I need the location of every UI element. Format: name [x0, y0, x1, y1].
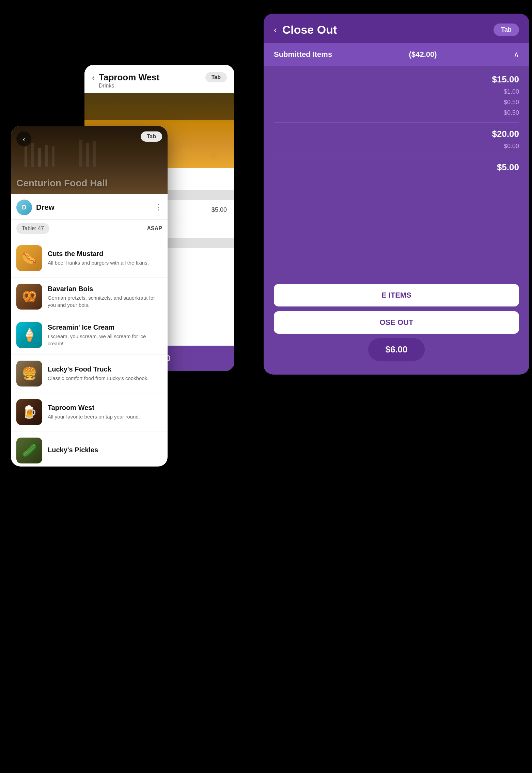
centurion-panel: ‹ Tab Centurion Food Hall D Drew ⋮ Table…: [11, 126, 168, 467]
closeout-item-row: $0.50: [274, 108, 519, 118]
list-item[interactable]: Bavarian BoisGerman pretzels, schnitzels…: [11, 278, 168, 316]
taproom-tab-badge: Tab: [205, 72, 227, 82]
closeout-actions: E ITEMS OSE OUT: [264, 284, 529, 334]
centurion-tab-badge: Tab: [141, 131, 162, 142]
vendor-name: Taproom West: [48, 404, 162, 412]
taproom-title-block: Taproom West Drinks: [99, 72, 201, 89]
item-price-2: $1.00: [504, 88, 519, 95]
submitted-bar[interactable]: Submitted Items ($42.00) ∧: [264, 43, 529, 66]
vendor-list: Cuts the MustardAll beef franks and burg…: [11, 239, 168, 467]
item-price-3: $0.50: [504, 99, 519, 106]
vendor-thumb: [16, 438, 42, 463]
svg-rect-8: [38, 148, 41, 167]
closeout-item-row: $15.00: [274, 73, 519, 86]
closeout-back-icon[interactable]: ‹: [274, 25, 277, 35]
vendor-name: Cuts the Mustard: [48, 250, 162, 258]
timing-label: ASAP: [147, 225, 162, 232]
closeout-panel: ‹ Close Out Tab Submitted Items ($42.00)…: [264, 14, 529, 375]
vendor-desc: All beef franks and burgers with all the…: [48, 259, 162, 266]
closeout-tab-badge: Tab: [494, 23, 519, 36]
svg-rect-13: [93, 141, 96, 167]
more-options-icon[interactable]: ⋮: [155, 203, 162, 212]
total-price-pill: $6.00: [368, 338, 424, 361]
close-out-button[interactable]: OSE OUT: [274, 311, 519, 334]
centurion-back-icon[interactable]: ‹: [16, 131, 31, 146]
closeout-item-row: $1.00: [274, 86, 519, 97]
vendor-info: Taproom WestAll your favorite beers on t…: [48, 404, 162, 420]
centurion-hero-image: ‹ Tab Centurion Food Hall: [11, 126, 168, 194]
vendor-desc: Classic comfort food from Lucky's cookbo…: [48, 375, 162, 382]
username: Drew: [36, 203, 155, 212]
vendor-name: Bavarian Bois: [48, 285, 162, 293]
item-price-6: $0.00: [504, 143, 519, 150]
svg-rect-6: [25, 146, 27, 167]
list-item[interactable]: Screamin' Ice CreamI scream, you scream,…: [11, 316, 168, 354]
table-badge: Table: 47: [16, 223, 49, 234]
vendor-info: Bavarian BoisGerman pretzels, schnitzels…: [48, 285, 162, 309]
taproom-header: ‹ Taproom West Drinks Tab: [84, 65, 234, 93]
vendor-info: Lucky's Food TruckClassic comfort food f…: [48, 365, 162, 382]
closeout-header: ‹ Close Out Tab: [264, 14, 529, 43]
vendor-desc: I scream, you scream, we all scream for …: [48, 333, 162, 347]
submitted-label: Submitted Items: [274, 50, 332, 59]
closeout-bottom-price: $6.00: [264, 338, 529, 361]
list-item[interactable]: Cuts the MustardAll beef franks and burg…: [11, 239, 168, 278]
chevron-up-icon: ∧: [514, 50, 519, 59]
svg-point-4: [210, 154, 217, 160]
vendor-desc: German pretzels, schnitzels, and sauerkr…: [48, 294, 162, 309]
hero-drops-overlay: [84, 93, 234, 120]
submitted-amount: ($42.00): [409, 50, 437, 59]
taproom-title: Taproom West: [99, 72, 201, 83]
item-price-7: $5.00: [497, 162, 519, 173]
item-price-1: $15.00: [492, 74, 519, 85]
svg-rect-10: [52, 146, 54, 167]
svg-rect-12: [86, 143, 89, 167]
svg-point-3: [182, 147, 192, 157]
avatar: D: [16, 200, 32, 215]
taproom-subtitle: Drinks: [99, 83, 201, 89]
vendor-name: Lucky's Pickles: [48, 446, 162, 454]
vendor-info: Cuts the MustardAll beef franks and burg…: [48, 250, 162, 266]
vendor-desc: All your favorite beers on tap year roun…: [48, 413, 162, 420]
section-divider: [274, 122, 519, 123]
list-item[interactable]: Lucky's Pickles: [11, 431, 168, 467]
vendor-info: Lucky's Pickles: [48, 446, 162, 455]
add-items-button[interactable]: E ITEMS: [274, 284, 519, 306]
vendor-thumb: [16, 361, 42, 386]
list-item[interactable]: Taproom WestAll your favorite beers on t…: [11, 393, 168, 431]
vendor-thumb: [16, 284, 42, 310]
vendor-thumb: [16, 399, 42, 425]
closeout-items-list: $15.00 $1.00 $0.50 $0.50 $20.00 $0.00 $5…: [264, 66, 529, 181]
list-item[interactable]: Lucky's Food TruckClassic comfort food f…: [11, 354, 168, 393]
taproom-back-icon[interactable]: ‹: [92, 73, 95, 82]
vendor-info: Screamin' Ice CreamI scream, you scream,…: [48, 324, 162, 347]
vendor-thumb: [16, 322, 42, 348]
section-divider: [274, 156, 519, 156]
centurion-table-row: Table: 47 ASAP: [11, 220, 168, 239]
vendor-name: Lucky's Food Truck: [48, 365, 162, 373]
closeout-item-row: $0.00: [274, 141, 519, 152]
closeout-item-row: $20.00: [274, 127, 519, 141]
svg-rect-11: [79, 140, 82, 167]
item-price-5: $20.00: [492, 129, 519, 139]
option-price: $5.00: [212, 206, 227, 214]
centurion-user-row: D Drew ⋮: [11, 194, 168, 220]
closeout-item-row: $5.00: [274, 160, 519, 174]
svg-rect-9: [45, 145, 48, 167]
vendor-name: Screamin' Ice Cream: [48, 324, 162, 331]
svg-rect-7: [31, 143, 34, 167]
closeout-title: Close Out: [282, 23, 488, 36]
closeout-item-row: $0.50: [274, 97, 519, 108]
item-price-4: $0.50: [504, 109, 519, 116]
vendor-thumb: [16, 245, 42, 271]
